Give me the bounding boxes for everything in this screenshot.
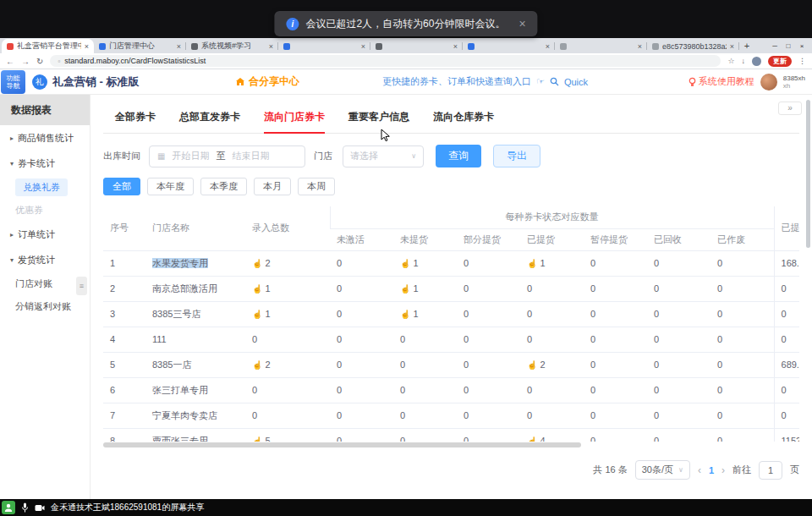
quick-filter-month[interactable]: 本月 xyxy=(254,178,291,195)
goto-page-input[interactable]: 1 xyxy=(759,461,782,480)
quick-filter-week[interactable]: 本周 xyxy=(298,178,335,195)
store-select[interactable]: 请选择 ∨ xyxy=(343,145,424,167)
next-page-button[interactable]: › xyxy=(721,464,725,476)
forward-icon[interactable]: → xyxy=(21,57,30,66)
reload-icon[interactable]: ↻ xyxy=(36,57,43,66)
browser-update-button[interactable]: 更新 xyxy=(768,56,792,67)
stat-cell: 0 xyxy=(647,276,710,301)
home-icon xyxy=(235,77,245,86)
tutorial-link[interactable]: 系统使用教程 xyxy=(689,75,754,88)
browser-tab[interactable]: × xyxy=(555,39,647,53)
sidebar-group-card-stats[interactable]: ▾券卡统计 xyxy=(0,151,90,176)
maximize-button[interactable]: □ xyxy=(782,42,795,50)
count-link[interactable]: ☝2 xyxy=(527,360,546,370)
stat-cell: 0 xyxy=(520,327,584,352)
date-range-input[interactable]: ▦ 开始日期 至 结束日期 xyxy=(149,145,305,167)
sidebar-group-product-sales-stats[interactable]: ▸商品销售统计 xyxy=(0,125,90,151)
tab-close-icon[interactable]: × xyxy=(269,42,273,51)
bookmark-star-icon[interactable]: ☆ xyxy=(727,57,734,65)
horizontal-scroll-thumb[interactable] xyxy=(103,442,581,447)
minimize-button[interactable]: ─ xyxy=(768,42,782,50)
count-link[interactable]: ☝2 xyxy=(252,360,271,370)
download-icon[interactable]: ↓ xyxy=(742,57,746,65)
quick-filter-year[interactable]: 本年度 xyxy=(147,178,194,195)
count-link[interactable]: ☝2 xyxy=(252,258,271,268)
function-nav-button[interactable]: 功能 导航 xyxy=(1,70,25,94)
tab-close-icon[interactable]: × xyxy=(177,42,181,51)
sidebar-item-label: 门店对账 xyxy=(15,277,52,290)
stat-cell: 0 xyxy=(457,403,520,428)
stat-cell: 0 xyxy=(330,428,393,442)
collapse-panel-button[interactable]: » xyxy=(778,102,802,115)
tab-close-icon[interactable]: × xyxy=(85,42,89,51)
count-link[interactable]: ☝1 xyxy=(252,283,271,294)
sidebar-item-redeem-gift-coupon[interactable]: 兑换礼券 xyxy=(0,176,90,199)
share-center-link[interactable]: 合分享中心 xyxy=(235,74,299,89)
browser-tab[interactable]: 礼盒营销平台管理中心× xyxy=(2,39,94,53)
search-button[interactable]: 查询 xyxy=(436,145,481,167)
tab-close-icon[interactable]: × xyxy=(453,42,458,51)
browser-tab[interactable]: e8c573980b1328a258fd2e6l× xyxy=(647,39,739,53)
tab-close-icon[interactable]: × xyxy=(638,42,642,51)
content-tab-key-customer-info[interactable]: 重要客户信息 xyxy=(337,107,421,133)
content-tab-all-cards[interactable]: 全部券卡 xyxy=(103,107,167,133)
browser-menu-icon[interactable]: ⋮ xyxy=(798,57,806,65)
count-link[interactable]: ☝1 xyxy=(400,283,419,294)
stat-cell: ☝2 xyxy=(245,352,330,377)
screen-share-bar: 金禾通技术王斌18662591081的屏幕共享 xyxy=(0,499,812,516)
tab-close-icon[interactable]: × xyxy=(730,42,734,51)
new-tab-button[interactable]: + xyxy=(739,41,754,51)
sidebar-item-distribution-rebate-reconciliation[interactable]: 分销返利对账 xyxy=(0,295,90,318)
vertical-scrollbar[interactable] xyxy=(806,100,810,248)
content-tab-hq-direct-cards[interactable]: 总部直发券卡 xyxy=(167,107,252,133)
browser-tab-label: 礼盒营销平台管理中心 xyxy=(17,41,81,52)
count-link[interactable]: ☝1 xyxy=(252,309,271,319)
sidebar-item-discount-coupon[interactable]: 优惠券 xyxy=(0,199,90,222)
sidebar-group-shipping-stats[interactable]: ▾发货统计 xyxy=(0,247,90,272)
content-tab-store-flow-cards[interactable]: 流向门店券卡 xyxy=(252,107,337,133)
pagination: 共 16 条 30条/页 ∨ ‹ 1 › 前往 1 页 xyxy=(103,460,799,480)
pointing-hand-icon: ☝ xyxy=(252,259,262,268)
quick-search-link[interactable]: Quick xyxy=(564,77,588,87)
count-link[interactable]: ☝1 xyxy=(400,258,419,268)
close-window-button[interactable]: × xyxy=(795,42,809,50)
browser-profile-avatar[interactable] xyxy=(752,57,761,66)
mic-icon[interactable] xyxy=(21,502,29,513)
url-input[interactable]: ▫ standard.maboy.cn/CardFlowStatisticsLi… xyxy=(50,55,721,67)
back-icon[interactable]: ← xyxy=(6,57,14,66)
column-header: 已提货 xyxy=(520,228,584,250)
browser-tab[interactable]: × xyxy=(463,39,555,53)
browser-tab[interactable]: × xyxy=(370,39,463,53)
sidebar-group-label: 券卡统计 xyxy=(18,157,55,170)
user-avatar[interactable] xyxy=(760,74,777,91)
stat-cell: 0 xyxy=(330,377,393,403)
count-link[interactable]: ☝1 xyxy=(400,309,419,319)
sidebar-item-label: 分销返利对账 xyxy=(15,300,71,313)
count-link[interactable]: ☝5 xyxy=(252,436,271,442)
tab-close-icon[interactable]: × xyxy=(361,42,365,51)
sidebar-group-order-stats[interactable]: ▸订单统计 xyxy=(0,222,90,247)
browser-tab[interactable]: 系统视频#学习× xyxy=(186,39,278,53)
row-index-cell: 8 xyxy=(103,428,145,442)
browser-tab[interactable]: 门店管理中心× xyxy=(94,39,186,53)
page-number[interactable]: 1 xyxy=(709,465,714,475)
quick-filter-all[interactable]: 全部 xyxy=(103,178,140,195)
row-index-cell: 2 xyxy=(103,276,145,301)
close-icon[interactable]: × xyxy=(518,17,525,30)
horizontal-scrollbar[interactable] xyxy=(103,442,799,448)
count-link[interactable]: ☝1 xyxy=(527,258,546,268)
sidebar: 数据报表 ▸商品销售统计▾券卡统计兑换礼券优惠券▸订单统计▾发货统计门店对账分销… xyxy=(0,95,91,499)
tab-close-icon[interactable]: × xyxy=(546,42,550,51)
page-size-select[interactable]: 30条/页 ∨ xyxy=(635,460,690,480)
export-button[interactable]: 导出 xyxy=(493,145,540,167)
camera-icon[interactable] xyxy=(35,504,45,512)
quick-filter-quarter[interactable]: 本季度 xyxy=(200,178,247,195)
stat-cell: 0 xyxy=(774,327,799,352)
meeting-topbar: i 会议已超过2人，自动转为60分钟限时会议。 × xyxy=(0,0,812,38)
content-tab-warehouse-flow-cards[interactable]: 流向仓库券卡 xyxy=(421,107,506,133)
prev-page-button[interactable]: ‹ xyxy=(698,464,701,476)
count-link[interactable]: ☝4 xyxy=(527,436,546,442)
sidebar-collapse-handle[interactable]: ≡ xyxy=(76,277,87,295)
browser-tab[interactable]: × xyxy=(278,39,370,53)
pointing-hand-icon: ☝ xyxy=(400,284,410,294)
